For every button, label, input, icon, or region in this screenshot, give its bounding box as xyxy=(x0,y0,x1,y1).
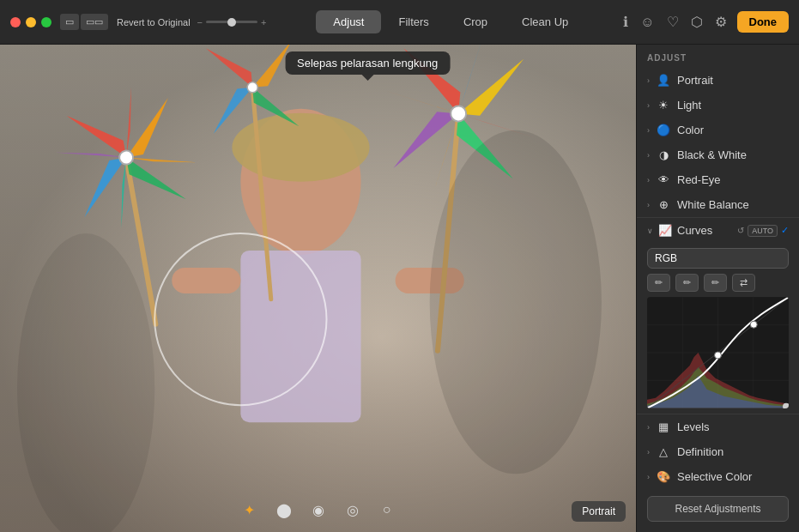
zoom-track[interactable] xyxy=(206,21,257,23)
info-button[interactable]: ℹ xyxy=(621,12,630,32)
tab-adjust[interactable]: Adjust xyxy=(316,10,381,33)
sidebar-item-definition-label: Definition xyxy=(677,445,723,458)
svg-point-11 xyxy=(450,106,467,123)
sidebar-item-portrait[interactable]: › 👤 Portrait xyxy=(637,68,799,93)
zoom-thumb[interactable] xyxy=(227,18,236,27)
sidebar-item-wb[interactable]: › ⊕ White Balance xyxy=(637,192,799,217)
eyedropper-white-button[interactable]: ✏ xyxy=(704,274,727,292)
titlebar: ▭ ▭▭ Revert to Original − + Adjust Filte… xyxy=(0,0,799,45)
curves-header[interactable]: ∨ 📈 Curves ↺ AUTO ✓ xyxy=(637,218,799,243)
photo-image xyxy=(0,45,636,532)
bottom-toolbar: ✦ ⬤ ◉ ◎ ○ xyxy=(0,498,636,522)
svg-rect-5 xyxy=(240,251,360,422)
chevron-right-icon: › xyxy=(647,151,650,160)
levels-icon: ▦ xyxy=(657,420,670,433)
chevron-right-icon: › xyxy=(647,423,650,432)
minimize-button[interactable] xyxy=(26,17,36,27)
portrait-button[interactable]: Portrait xyxy=(572,501,626,522)
zoom-slider: − + xyxy=(197,17,267,27)
sidebar-item-light-label: Light xyxy=(677,99,701,112)
photo-container xyxy=(0,45,636,532)
reset-adjustments-button[interactable]: Reset Adjustments xyxy=(647,496,789,522)
filter-circle-icon[interactable]: ⬤ xyxy=(272,498,296,522)
filter-dot-icon[interactable]: ◎ xyxy=(341,498,365,522)
svg-point-15 xyxy=(430,130,602,475)
selective-color-icon: 🎨 xyxy=(657,470,670,483)
done-button[interactable]: Done xyxy=(737,11,790,33)
tools-button[interactable]: ⚙ xyxy=(713,12,729,32)
curves-header-right: ↺ AUTO ✓ xyxy=(737,225,789,237)
curves-section: ∨ 📈 Curves ↺ AUTO ✓ RGB Red Green Blue L… xyxy=(637,217,799,414)
sidebar-item-selective-color[interactable]: › 🎨 Selective Color xyxy=(637,464,799,489)
svg-point-25 xyxy=(715,352,722,359)
view-toggle: ▭ ▭▭ xyxy=(60,14,108,30)
definition-icon: △ xyxy=(657,445,670,458)
curves-undo-icon[interactable]: ↺ xyxy=(737,226,744,235)
sidebar-item-definition[interactable]: › △ Definition xyxy=(637,439,799,464)
filter-outline-icon[interactable]: ○ xyxy=(375,498,399,522)
chevron-right-icon: › xyxy=(647,126,650,135)
wb-icon: ⊕ xyxy=(657,198,670,211)
sidebar-item-bw[interactable]: › ◑ Black & White xyxy=(637,142,799,167)
rgb-select[interactable]: RGB Red Green Blue Luminance xyxy=(647,248,789,269)
emoji-button[interactable]: ☺ xyxy=(639,13,656,32)
color-icon: 🔵 xyxy=(657,124,670,136)
portrait-icon: 👤 xyxy=(657,74,670,87)
redeye-icon: 👁 xyxy=(657,173,670,186)
sidebar: ADJUST › 👤 Portrait › ☀ Light › 🔵 Color … xyxy=(636,45,799,532)
tab-crop[interactable]: Crop xyxy=(446,10,505,33)
chevron-down-icon: ∨ xyxy=(647,227,653,235)
revert-button[interactable]: Revert to Original xyxy=(117,17,191,27)
tab-filters[interactable]: Filters xyxy=(381,10,445,33)
filter-ring-icon[interactable]: ◉ xyxy=(306,498,330,522)
curves-auto-badge: AUTO xyxy=(748,225,778,237)
chevron-right-icon: › xyxy=(647,76,650,85)
curves-label: Curves xyxy=(677,224,712,237)
chevron-right-icon: › xyxy=(647,101,650,110)
main-content: Selepas pelarasan lengkung xyxy=(0,45,799,532)
curves-body: RGB Red Green Blue Luminance ✏ ✏ ✏ ⇄ xyxy=(637,243,799,414)
eyedropper-grey-button[interactable]: ✏ xyxy=(675,274,699,292)
curves-swap-button[interactable]: ⇄ xyxy=(732,274,755,292)
svg-point-4 xyxy=(232,113,369,182)
sidebar-item-bw-label: Black & White xyxy=(677,148,747,161)
chevron-right-icon: › xyxy=(647,448,650,456)
light-icon: ☀ xyxy=(657,99,670,112)
split-view-button[interactable]: ▭▭ xyxy=(81,14,108,30)
svg-point-13 xyxy=(247,82,258,93)
sidebar-item-levels[interactable]: › ▦ Levels xyxy=(637,414,799,439)
heart-button[interactable]: ♡ xyxy=(665,12,681,32)
sidebar-item-portrait-label: Portrait xyxy=(677,74,713,87)
single-view-button[interactable]: ▭ xyxy=(60,14,79,30)
sidebar-item-wb-label: White Balance xyxy=(677,198,749,211)
close-button[interactable] xyxy=(10,17,21,27)
svg-point-26 xyxy=(750,321,757,328)
zoom-minus-icon: − xyxy=(197,17,203,27)
traffic-lights xyxy=(10,17,51,27)
svg-rect-6 xyxy=(172,268,240,293)
share-button[interactable]: ⬡ xyxy=(689,12,705,32)
bw-icon: ◑ xyxy=(657,148,670,161)
chevron-right-icon: › xyxy=(647,201,650,209)
image-area: Selepas pelarasan lengkung xyxy=(0,45,636,532)
sidebar-item-redeye[interactable]: › 👁 Red-Eye xyxy=(637,167,799,192)
sidebar-item-redeye-label: Red-Eye xyxy=(677,173,721,186)
curves-svg xyxy=(647,297,789,408)
curves-icon: 📈 xyxy=(658,224,672,237)
zoom-plus-icon: + xyxy=(261,17,266,27)
sidebar-item-selective-color-label: Selective Color xyxy=(677,470,752,483)
curves-graph xyxy=(647,297,789,408)
fullscreen-button[interactable] xyxy=(41,17,51,27)
eyedropper-black-button[interactable]: ✏ xyxy=(647,274,670,292)
chevron-right-icon: › xyxy=(647,176,650,184)
svg-point-16 xyxy=(17,233,154,532)
curves-tools: ✏ ✏ ✏ ⇄ xyxy=(647,274,789,292)
tab-cleanup[interactable]: Clean Up xyxy=(505,10,585,33)
titlebar-right: ℹ ☺ ♡ ⬡ ⚙ Done xyxy=(621,11,789,33)
nav-tabs: Adjust Filters Crop Clean Up xyxy=(280,10,621,33)
sidebar-item-color[interactable]: › 🔵 Color xyxy=(637,118,799,142)
chevron-right-icon: › xyxy=(647,473,650,481)
curves-auto-check-icon[interactable]: ✓ xyxy=(781,225,789,236)
sidebar-item-light[interactable]: › ☀ Light xyxy=(637,93,799,118)
filter-star-icon[interactable]: ✦ xyxy=(238,498,262,522)
